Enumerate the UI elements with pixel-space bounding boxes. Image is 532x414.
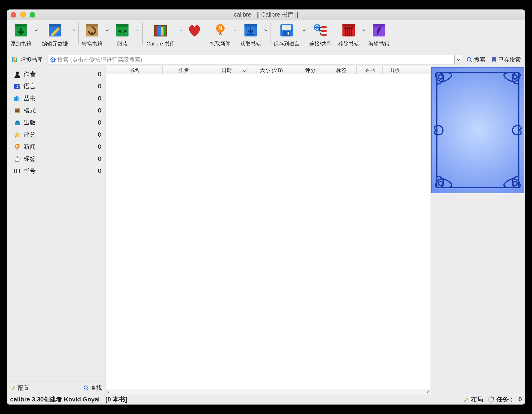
edit-metadata-dropdown[interactable] bbox=[70, 22, 77, 39]
category-count: 0 bbox=[98, 119, 101, 126]
svg-rect-39 bbox=[14, 57, 15, 62]
column-date[interactable]: 日期 bbox=[205, 66, 248, 74]
category-identifiers[interactable]: 书号0 bbox=[7, 165, 105, 177]
svg-rect-15 bbox=[164, 26, 166, 36]
svg-rect-38 bbox=[12, 57, 13, 62]
app-window: calibre - || Calibre 书库 || 添加书籍编辑元数据转换书籍… bbox=[7, 10, 525, 404]
svg-text:A: A bbox=[19, 85, 21, 88]
donate-icon bbox=[186, 22, 203, 39]
svg-point-51 bbox=[467, 57, 471, 61]
ratings-icon bbox=[13, 131, 21, 138]
svg-rect-5 bbox=[49, 24, 61, 27]
fetch-news-label: 抓取新闻 bbox=[210, 40, 231, 47]
category-tags[interactable]: 标签0 bbox=[7, 153, 105, 165]
column-pub[interactable]: 出版 bbox=[383, 66, 406, 74]
category-count: 0 bbox=[98, 131, 101, 138]
svg-rect-63 bbox=[15, 111, 19, 112]
category-publishers[interactable]: 出版0 bbox=[7, 117, 105, 128]
saved-searches-button[interactable]: 已存搜索 bbox=[490, 55, 523, 64]
save-to-disk-icon bbox=[278, 22, 295, 39]
category-authors[interactable]: 作者0 bbox=[7, 68, 105, 80]
svg-rect-27 bbox=[321, 30, 327, 32]
svg-point-81 bbox=[513, 75, 517, 79]
scroll-left-icon[interactable] bbox=[106, 389, 111, 394]
search-input[interactable] bbox=[57, 56, 453, 63]
category-languages[interactable]: 文A语言0 bbox=[7, 80, 105, 92]
layout-button[interactable]: 布局 bbox=[463, 395, 483, 404]
svg-rect-26 bbox=[321, 26, 327, 29]
gear-icon[interactable] bbox=[50, 57, 56, 63]
connect-share-button[interactable]: 连接/共享 bbox=[307, 22, 333, 47]
edit-metadata-button[interactable]: 编辑元数据 bbox=[39, 22, 70, 47]
sort-desc-icon bbox=[243, 67, 246, 73]
minimize-button[interactable] bbox=[20, 12, 26, 18]
calibre-library-dropdown[interactable] bbox=[177, 22, 184, 39]
maximize-button[interactable] bbox=[29, 12, 35, 18]
jobs-button[interactable]: 任务： 0 bbox=[488, 395, 522, 404]
authors-icon bbox=[13, 70, 21, 78]
category-formats[interactable]: 格式0 bbox=[7, 104, 105, 117]
content: 作者0文A语言0丛书0格式0出版0评分0N新闻0标签0书号0 配置 查找 书名作… bbox=[7, 66, 525, 394]
search-button[interactable]: 搜索 bbox=[465, 55, 487, 64]
add-books-icon bbox=[12, 22, 29, 39]
save-to-disk-label: 保存到磁盘 bbox=[274, 40, 300, 47]
remove-books-dropdown[interactable] bbox=[361, 22, 367, 39]
tag-browser: 作者0文A语言0丛书0格式0出版0评分0N新闻0标签0书号0 配置 查找 bbox=[7, 66, 106, 394]
category-label: 标签 bbox=[23, 155, 98, 163]
convert-books-dropdown[interactable] bbox=[104, 22, 111, 39]
traffic-lights bbox=[11, 12, 35, 18]
save-to-disk-dropdown[interactable] bbox=[301, 22, 307, 39]
horizontal-scrollbar[interactable] bbox=[106, 389, 430, 394]
calibre-library-label: Calibre 书库 bbox=[146, 40, 175, 47]
save-to-disk-button[interactable]: 保存到磁盘 bbox=[272, 22, 301, 47]
category-count: 0 bbox=[98, 107, 101, 114]
search-dropdown[interactable] bbox=[455, 55, 462, 64]
column-rating[interactable]: 评分 bbox=[295, 66, 326, 74]
svg-rect-75 bbox=[19, 169, 19, 173]
category-count: 0 bbox=[98, 167, 101, 175]
add-books-button[interactable]: 添加书籍 bbox=[9, 22, 33, 47]
fetch-news-button[interactable]: N抓取新闻 bbox=[209, 22, 232, 47]
close-button[interactable] bbox=[11, 12, 16, 18]
category-series[interactable]: 丛书0 bbox=[7, 92, 105, 104]
get-books-button[interactable]: 获取书籍 bbox=[239, 22, 262, 47]
scroll-right-icon[interactable] bbox=[425, 389, 430, 394]
virtual-library-button[interactable]: 虚拟书库 bbox=[9, 55, 45, 64]
donate-button[interactable] bbox=[184, 22, 205, 40]
remove-books-button[interactable]: 移除书籍 bbox=[337, 22, 361, 47]
svg-rect-22 bbox=[282, 25, 291, 30]
svg-rect-7 bbox=[86, 24, 98, 27]
category-count: 0 bbox=[98, 83, 101, 90]
identifiers-icon bbox=[13, 167, 21, 175]
convert-books-button[interactable]: 转换书籍 bbox=[80, 22, 104, 47]
svg-point-80 bbox=[438, 75, 443, 79]
fetch-news-dropdown[interactable] bbox=[232, 22, 239, 39]
svg-rect-19 bbox=[245, 24, 257, 27]
category-ratings[interactable]: 评分0 bbox=[7, 128, 105, 141]
languages-icon: 文A bbox=[13, 83, 21, 90]
edit-book-button[interactable]: 编辑书籍 bbox=[367, 22, 391, 47]
calibre-library-button[interactable]: Calibre 书库 bbox=[144, 22, 177, 47]
configure-button[interactable]: 配置 bbox=[11, 384, 29, 392]
add-books-label: 添加书籍 bbox=[11, 40, 31, 47]
convert-books-label: 转换书籍 bbox=[82, 40, 103, 47]
default-cover[interactable] bbox=[431, 67, 524, 193]
column-series[interactable]: 丛书 bbox=[357, 66, 383, 74]
column-author[interactable]: 作者 bbox=[162, 66, 205, 74]
get-books-icon bbox=[242, 22, 259, 39]
svg-text:N: N bbox=[218, 25, 222, 31]
svg-point-83 bbox=[513, 181, 517, 186]
add-books-dropdown[interactable] bbox=[33, 22, 39, 39]
svg-rect-28 bbox=[321, 34, 327, 36]
category-label: 丛书 bbox=[23, 94, 98, 103]
edit-book-label: 编辑书籍 bbox=[369, 40, 389, 47]
get-books-dropdown[interactable] bbox=[262, 22, 269, 39]
column-title[interactable]: 书名 bbox=[106, 66, 162, 74]
view-dropdown[interactable] bbox=[134, 22, 141, 39]
view-button[interactable]: 阅读 bbox=[111, 22, 134, 47]
column-size[interactable]: 大小 (MB) bbox=[248, 66, 295, 74]
find-button[interactable]: 查找 bbox=[83, 384, 102, 392]
category-news[interactable]: N新闻0 bbox=[7, 141, 105, 153]
svg-rect-3 bbox=[18, 31, 24, 33]
column-tags[interactable]: 标签 bbox=[326, 66, 357, 74]
